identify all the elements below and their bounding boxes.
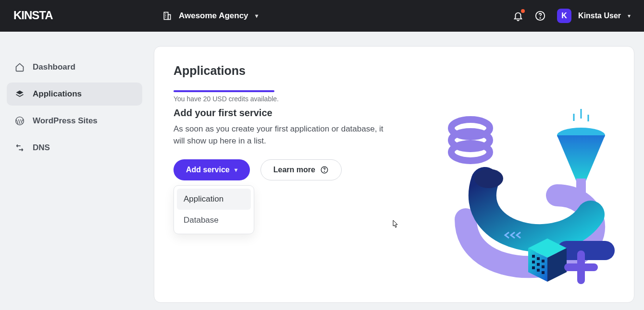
user-name: Kinsta User (578, 12, 621, 20)
main-content: Applications You have 20 USD credits ava… (149, 32, 644, 310)
dropdown-item-label: Application (184, 194, 223, 203)
company-name: Awesome Agency (179, 11, 248, 21)
home-icon (14, 62, 25, 72)
svg-rect-2 (168, 15, 171, 20)
empty-state-description: As soon as you create your first applica… (173, 123, 395, 147)
sidebar-item-applications[interactable]: Applications (7, 83, 142, 106)
app-header: KINSTA Awesome Agency ▾ (0, 0, 644, 32)
cursor-icon (390, 219, 399, 231)
help-icon (535, 11, 545, 21)
sidebar-item-label: Applications (33, 89, 82, 99)
layers-icon (14, 89, 25, 99)
learn-more-button[interactable]: Learn more (260, 159, 342, 180)
sidebar-item-wordpress[interactable]: WordPress Sites (7, 109, 142, 132)
help-icon (320, 166, 329, 174)
learn-more-label: Learn more (273, 166, 315, 174)
notifications-button[interactable] (513, 11, 523, 21)
chevron-down-icon: ▾ (628, 12, 631, 19)
svg-rect-23 (542, 260, 545, 262)
chevron-down-icon: ▾ (235, 167, 237, 173)
svg-point-16 (474, 169, 503, 188)
dns-icon (14, 143, 25, 153)
sidebar-item-label: Dashboard (33, 62, 75, 72)
page-title: Applications (173, 64, 615, 78)
avatar: K (557, 9, 571, 23)
svg-rect-26 (542, 265, 545, 268)
svg-rect-21 (532, 255, 535, 258)
svg-rect-24 (532, 261, 535, 263)
company-selector[interactable]: Awesome Agency ▾ (162, 11, 258, 21)
sidebar-item-label: WordPress Sites (33, 116, 98, 126)
sidebar: Dashboard Applications WordPress Sites D… (0, 32, 149, 310)
header-actions: K Kinsta User ▾ (513, 9, 631, 23)
chevron-down-icon: ▾ (255, 12, 258, 19)
svg-rect-25 (537, 263, 540, 266)
add-service-button[interactable]: Add service ▾ (173, 159, 250, 180)
credits-progress (173, 90, 274, 92)
avatar-letter: K (561, 12, 567, 20)
add-service-dropdown: Application Database (173, 185, 254, 234)
building-icon (162, 11, 172, 21)
dropdown-item-database[interactable]: Database (177, 210, 251, 231)
dropdown-item-application[interactable]: Application (177, 189, 251, 210)
notification-dot (521, 9, 525, 13)
illustration (437, 95, 629, 296)
svg-rect-31 (564, 263, 598, 271)
add-service-label: Add service (186, 166, 230, 174)
svg-rect-28 (537, 269, 540, 272)
wordpress-icon (14, 116, 25, 126)
svg-text:KINSTA: KINSTA (13, 10, 53, 22)
svg-rect-29 (542, 271, 545, 274)
brand-logo: KINSTA (13, 10, 66, 22)
svg-point-10 (324, 171, 324, 172)
sidebar-item-dashboard[interactable]: Dashboard (7, 56, 142, 79)
svg-rect-27 (532, 266, 535, 269)
svg-rect-22 (537, 257, 540, 260)
svg-point-7 (540, 18, 541, 18)
help-button[interactable] (535, 11, 545, 21)
sidebar-item-dns[interactable]: DNS (7, 136, 142, 159)
dropdown-item-label: Database (184, 215, 219, 225)
applications-card: Applications You have 20 USD credits ava… (154, 46, 634, 303)
user-menu[interactable]: K Kinsta User ▾ (557, 9, 631, 23)
sidebar-item-label: DNS (33, 143, 50, 153)
